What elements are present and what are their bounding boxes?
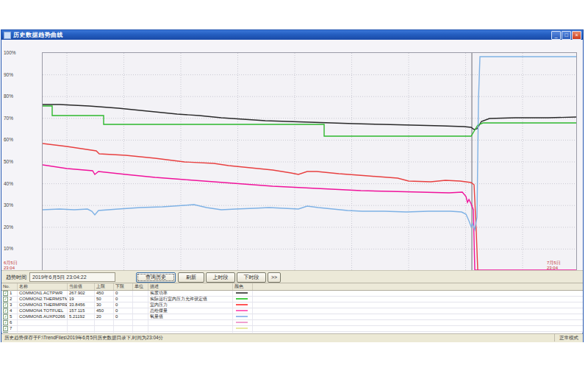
trend-lines (43, 53, 576, 271)
tag-value: 33.8456 (68, 302, 95, 308)
tag-table-body: ✓1COMMON1.ACTPWR267.9024500实发功率✓2COMMON2… (1, 291, 583, 333)
tag-value: 5.21192 (68, 314, 95, 319)
tag-description (148, 320, 233, 325)
y-axis-label: 20% (4, 224, 21, 230)
row-checkbox[interactable]: ✓ (3, 326, 8, 331)
series-实发功率 (43, 105, 576, 130)
column-header[interactable]: 描述 (148, 283, 233, 290)
y-axis-label: 70% (4, 116, 21, 121)
tag-high-limit (95, 326, 114, 331)
tag-low-limit (114, 326, 133, 331)
refresh-button[interactable]: 刷新 (178, 272, 204, 283)
table-row[interactable]: ✓5COMMON5.AUXP02665.21192200氧量值 (1, 314, 583, 320)
column-header[interactable]: 下限 (114, 283, 133, 290)
minimize-button[interactable]: _ (551, 31, 561, 40)
tag-name: COMMON3.THERMPRESS (18, 302, 68, 308)
table-row[interactable]: ✓2COMMON2.THERMSTM19500实际运行室内压力允许设定值 (1, 297, 583, 302)
column-header-filler (253, 283, 583, 290)
color-swatch (236, 310, 248, 311)
row-number: 7 (10, 326, 12, 331)
tag-name: COMMON4.TOTFUEL (18, 308, 68, 314)
tag-table-header: No.名称当前值上限下限单位描述颜色 (1, 283, 583, 291)
row-filler (253, 308, 583, 314)
app-window: 历史数据趋势曲线 _ □ × 100%90%80%70%60%50%40%30%… (1, 29, 584, 342)
row-checkbox[interactable]: ✓ (3, 297, 8, 302)
row-checkbox[interactable]: ✓ (3, 291, 8, 296)
column-header[interactable]: 单位 (133, 283, 148, 290)
series-室内压力 (43, 144, 478, 270)
y-axis-label: 60% (4, 137, 21, 142)
column-header[interactable]: No. (1, 283, 18, 290)
y-axis-label: 40% (4, 181, 21, 186)
table-row[interactable]: ✓3COMMON3.THERMPRESS33.8456300室内压力 (1, 302, 583, 308)
tag-table: No.名称当前值上限下限单位描述颜色 ✓1COMMON1.ACTPWR267.9… (1, 283, 583, 333)
close-button[interactable]: × (572, 31, 581, 40)
trend-plot[interactable] (42, 52, 577, 272)
prev-period-button[interactable]: 上时段 (206, 272, 235, 283)
title-bar[interactable]: 历史数据趋势曲线 _ □ × (1, 30, 583, 40)
tag-low-limit (114, 320, 133, 325)
color-swatch (236, 316, 248, 317)
trend-time-field[interactable]: 2019年6月5日 23:04:22 (29, 272, 115, 282)
tag-unit (133, 291, 148, 296)
row-checkbox[interactable]: ✓ (3, 320, 8, 325)
y-axis-label: 100% (4, 50, 21, 55)
tag-high-limit: 20 (95, 314, 114, 319)
column-header[interactable]: 当前值 (68, 283, 95, 290)
row-number: 4 (10, 308, 12, 314)
app-icon (4, 32, 11, 39)
table-row[interactable]: ✓4COMMON4.TOTFUEL157.1154500总给煤量 (1, 308, 583, 314)
tag-low-limit: 0 (114, 291, 133, 296)
tag-name: COMMON5.AUXP0266 (18, 314, 68, 319)
row-filler (253, 291, 583, 296)
row-checkbox[interactable]: ✓ (3, 314, 8, 319)
tag-unit (133, 297, 148, 302)
tag-low-limit: 0 (114, 308, 133, 314)
desktop: 历史数据趋势曲线 _ □ × 100%90%80%70%60%50%40%30%… (0, 0, 588, 368)
next-period-button[interactable]: 下时段 (237, 272, 266, 283)
more-button[interactable]: >> (268, 272, 281, 283)
tag-high-limit: 450 (95, 291, 114, 296)
row-checkbox[interactable]: ✓ (3, 332, 8, 333)
tag-value: 157.115 (68, 308, 95, 314)
query-history-button[interactable]: 查询历史 (136, 272, 176, 283)
tag-unit (133, 302, 148, 308)
color-swatch (236, 322, 248, 323)
tag-description (148, 332, 233, 333)
tag-name (18, 320, 68, 325)
table-row[interactable]: ✓1COMMON1.ACTPWR267.9024500实发功率 (1, 291, 583, 297)
tag-low-limit: 0 (114, 314, 133, 319)
table-row[interactable]: ✓6 (1, 320, 583, 326)
mode-indicator: 正常模式 (554, 334, 578, 342)
tag-value: 19 (68, 297, 95, 302)
window-title: 历史数据趋势曲线 (13, 30, 63, 40)
tag-value (68, 320, 95, 325)
row-number: 6 (10, 320, 12, 325)
maximize-button[interactable]: □ (562, 31, 571, 40)
column-header[interactable]: 名称 (18, 283, 68, 290)
tag-description: 氧量值 (148, 314, 233, 319)
y-axis-label: 90% (4, 72, 21, 77)
row-checkbox[interactable]: ✓ (3, 308, 8, 314)
tag-high-limit (95, 332, 114, 333)
series-室内压力允许设定值 (43, 106, 576, 136)
trend-toolbar: 趋势时间 2019年6月5日 23:04:22 查询历史刷新上时段下时段>> (1, 270, 583, 283)
tag-low-limit: 0 (114, 302, 133, 308)
series-总给煤量 (43, 165, 576, 270)
trend-end-time: 7月5日 23:04 (547, 261, 561, 271)
table-row[interactable]: ✓7 (1, 326, 583, 332)
tag-description: 实发功率 (148, 291, 233, 296)
tag-high-limit: 50 (95, 297, 114, 302)
color-swatch (236, 292, 248, 294)
row-filler (253, 297, 583, 302)
column-header[interactable]: 颜色 (233, 283, 253, 290)
trend-start-time: 6月5日 23:04 (4, 261, 18, 271)
tag-name: COMMON1.ACTPWR (18, 291, 68, 296)
row-filler (253, 320, 583, 325)
row-number: 8 (10, 332, 12, 333)
row-checkbox[interactable]: ✓ (3, 302, 8, 308)
table-row[interactable]: ✓8 (1, 332, 583, 333)
tag-value: 267.902 (68, 291, 95, 296)
column-header[interactable]: 上限 (95, 283, 114, 290)
tag-value (68, 332, 95, 333)
